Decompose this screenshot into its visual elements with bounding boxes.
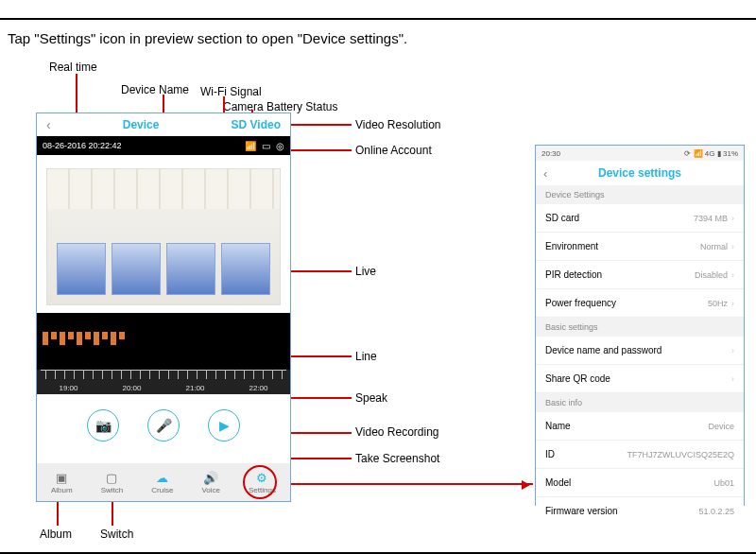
phone-status-bar: 20:30 ⟳ 📶 4G ▮ 31% bbox=[536, 146, 744, 161]
settings-screen: 20:30 ⟳ 📶 4G ▮ 31% ‹ Device settings Dev… bbox=[535, 145, 745, 506]
device-name-label: Device bbox=[123, 118, 160, 131]
section-basic-info: Basic info bbox=[536, 393, 744, 412]
anno-device-name: Device Name bbox=[121, 83, 189, 96]
cloud-icon: ☁ bbox=[156, 471, 168, 485]
anno-live: Live bbox=[355, 265, 376, 278]
leader-account bbox=[282, 149, 352, 151]
row-sd-card[interactable]: SD card7394 MB› bbox=[536, 204, 744, 233]
wifi-icon: 📶 bbox=[245, 141, 256, 151]
row-firmware: Firmware version51.0.2.25 bbox=[536, 497, 744, 525]
anno-line: Line bbox=[355, 350, 377, 363]
chevron-right-icon: › bbox=[731, 214, 734, 223]
time-tick: 19:00 bbox=[59, 384, 77, 392]
row-environment[interactable]: EnvironmentNormal› bbox=[536, 233, 744, 261]
anno-switch: Switch bbox=[100, 528, 133, 541]
row-model: ModelUb01 bbox=[536, 469, 744, 497]
control-row: 📷 🎤 ▶ bbox=[37, 394, 290, 453]
time-tick: 21:00 bbox=[185, 384, 204, 392]
timeline-ruler[interactable]: 19:00 20:00 21:00 22:00 bbox=[37, 370, 290, 394]
account-icon[interactable]: ◎ bbox=[276, 141, 284, 151]
row-power-freq[interactable]: Power frequency50Hz› bbox=[536, 289, 744, 318]
preview-screen: ‹ Device SD Video 08-26-2016 20:22:42 📶 … bbox=[36, 113, 291, 502]
row-name: NameDevice bbox=[536, 412, 744, 441]
section-basic-settings: Basic settings bbox=[536, 318, 744, 337]
section-device-settings: Device Settings bbox=[536, 185, 744, 204]
timeline-area bbox=[37, 313, 290, 370]
timeline-bars bbox=[43, 332, 284, 351]
anno-battery: Camera Battery Status bbox=[223, 100, 337, 113]
timestamp-label: 08-26-2016 20:22:42 bbox=[43, 141, 122, 150]
record-button[interactable]: ▶ bbox=[208, 409, 240, 441]
speak-button[interactable]: 🎤 bbox=[147, 409, 180, 441]
resolution-toggle[interactable]: SD Video bbox=[232, 118, 281, 131]
speaker-icon: 🔊 bbox=[203, 471, 218, 485]
battery-icon: ▭ bbox=[262, 141, 270, 151]
chevron-right-icon: › bbox=[731, 346, 734, 355]
live-preview[interactable] bbox=[46, 168, 281, 305]
back-button[interactable]: ‹ bbox=[46, 117, 51, 132]
screenshot-button[interactable]: 📷 bbox=[87, 409, 119, 441]
anno-screenshot: Take Screenshot bbox=[355, 452, 439, 465]
switch-button[interactable]: ▢Switch bbox=[101, 471, 124, 494]
anno-album: Album bbox=[40, 528, 72, 541]
settings-back-button[interactable]: ‹ bbox=[543, 166, 547, 181]
album-button[interactable]: ▣Album bbox=[51, 471, 73, 494]
status-icons: ⟳ 📶 4G ▮ 31% bbox=[684, 149, 738, 158]
settings-highlight-ring bbox=[243, 465, 277, 499]
settings-header: ‹ Device settings bbox=[536, 161, 744, 185]
switch-icon: ▢ bbox=[106, 471, 117, 485]
status-bar: 08-26-2016 20:22:42 📶 ▭ ◎ bbox=[37, 136, 290, 155]
chevron-right-icon: › bbox=[731, 374, 734, 384]
chevron-right-icon: › bbox=[731, 242, 734, 251]
time-tick: 22:00 bbox=[249, 384, 267, 392]
anno-video-res: Video Resolution bbox=[355, 118, 441, 131]
anno-wifi: Wi-Fi Signal bbox=[200, 85, 262, 98]
arrow-to-settings bbox=[291, 483, 533, 485]
anno-recording: Video Recording bbox=[355, 425, 439, 439]
row-name-pass[interactable]: Device name and password› bbox=[536, 337, 744, 365]
album-icon: ▣ bbox=[56, 471, 67, 485]
anno-speak: Speak bbox=[355, 391, 387, 405]
anno-real-time: Real time bbox=[49, 61, 97, 74]
preview-header: ‹ Device SD Video bbox=[37, 113, 290, 136]
instruction-text: Tap "Settings" icon in preview section t… bbox=[8, 30, 407, 46]
row-id: IDTF7HJ7ZWLUVCISQ25E2Q bbox=[536, 441, 744, 469]
status-time: 20:30 bbox=[541, 149, 560, 158]
voice-button[interactable]: 🔊Voice bbox=[201, 471, 220, 494]
row-pir[interactable]: PIR detectionDisabled› bbox=[536, 261, 744, 289]
cruise-button[interactable]: ☁Cruise bbox=[151, 471, 173, 494]
time-tick: 20:00 bbox=[122, 384, 141, 392]
row-share-qr[interactable]: Share QR code› bbox=[536, 365, 744, 393]
settings-title: Device settings bbox=[598, 166, 681, 180]
top-rule bbox=[0, 18, 756, 20]
chevron-right-icon: › bbox=[731, 299, 734, 308]
chevron-right-icon: › bbox=[731, 270, 734, 280]
anno-online: Online Account bbox=[355, 144, 432, 157]
